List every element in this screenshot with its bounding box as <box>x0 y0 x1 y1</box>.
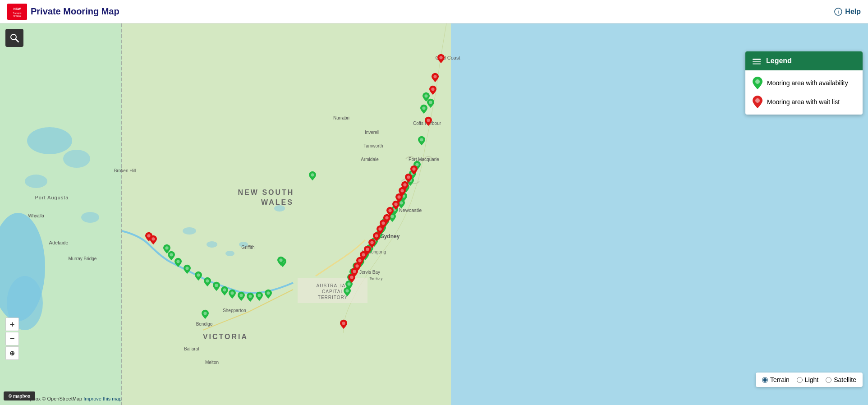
svg-text:Shepparton: Shepparton <box>223 308 246 313</box>
svg-point-17 <box>207 241 217 248</box>
svg-text:NEW SOUTH: NEW SOUTH <box>238 189 294 196</box>
svg-text:NSW: NSW <box>14 7 21 10</box>
green-pin-icon <box>753 77 762 89</box>
zoom-in-button[interactable]: + <box>5 318 19 331</box>
svg-text:Broken Hill: Broken Hill <box>114 168 136 173</box>
svg-point-15 <box>81 212 99 223</box>
svg-text:CAPITAL: CAPITAL <box>322 289 344 294</box>
legend-body: Mooring area with availability Mooring a… <box>745 70 863 115</box>
nsw-logo: NSW Transport for NSW <box>7 4 27 20</box>
svg-text:Whyalla: Whyalla <box>28 213 44 218</box>
svg-text:AUSTRALIAN: AUSTRALIAN <box>317 283 349 288</box>
legend-item-availability: Mooring area with availability <box>753 77 855 89</box>
svg-text:Jervis Bay: Jervis Bay <box>359 270 380 275</box>
zoom-out-button[interactable]: − <box>5 332 19 345</box>
svg-text:Adelaide: Adelaide <box>49 240 69 245</box>
svg-text:Gold Coast: Gold Coast <box>435 55 460 60</box>
legend-title: Legend <box>766 57 792 65</box>
search-button[interactable] <box>5 29 23 47</box>
satellite-radio[interactable] <box>826 377 831 383</box>
svg-text:Inverell: Inverell <box>365 130 379 135</box>
map-container[interactable]: NEW SOUTH WALES VICTORIA Port Augusta Wh… <box>0 23 868 405</box>
svg-text:Coffs Harbour: Coffs Harbour <box>413 121 441 126</box>
search-icon <box>10 33 19 42</box>
legend-availability-label: Mooring area with availability <box>767 79 848 87</box>
improve-map-link[interactable]: Improve this map <box>83 396 121 401</box>
map-attribution: © Mapbox © OpenStreetMap Improve this ma… <box>18 396 733 401</box>
svg-point-20 <box>274 205 285 212</box>
svg-text:Newcastle: Newcastle <box>399 207 422 213</box>
map-type-controls: Terrain Light Satellite <box>756 373 863 387</box>
svg-rect-121 <box>753 59 761 60</box>
svg-line-52 <box>16 39 18 42</box>
svg-text:WALES: WALES <box>261 198 294 206</box>
light-radio[interactable] <box>797 377 803 383</box>
svg-text:Armidale: Armidale <box>361 157 379 162</box>
app-header: NSW Transport for NSW Private Mooring Ma… <box>0 0 868 23</box>
map-background: NEW SOUTH WALES VICTORIA Port Augusta Wh… <box>0 23 868 405</box>
osm-attribution: © OpenStreetMap <box>42 396 82 401</box>
svg-marker-9 <box>122 23 451 405</box>
svg-text:Murray Bridge: Murray Bridge <box>69 256 97 261</box>
svg-text:Bendigo: Bendigo <box>196 322 213 327</box>
svg-text:for NSW: for NSW <box>13 15 21 17</box>
svg-point-16 <box>183 227 196 235</box>
svg-text:VICTORIA: VICTORIA <box>203 333 248 341</box>
terrain-option[interactable]: Terrain <box>762 376 790 383</box>
svg-rect-0 <box>7 4 27 20</box>
help-button[interactable]: i Help <box>834 8 861 16</box>
svg-text:Port Augusta: Port Augusta <box>35 195 69 200</box>
info-icon: i <box>834 8 842 16</box>
light-label: Light <box>805 376 818 383</box>
svg-text:Griffith: Griffith <box>241 245 254 250</box>
mapbox-attribution: © Mapbox <box>18 396 41 401</box>
red-pin-icon <box>753 96 762 108</box>
app-title: Private Mooring Map <box>31 6 119 17</box>
svg-text:Tamworth: Tamworth <box>363 143 383 148</box>
svg-rect-123 <box>753 63 761 64</box>
terrain-label: Terrain <box>770 376 790 383</box>
svg-text:TERRITORY: TERRITORY <box>318 295 348 300</box>
logo-area: NSW Transport for NSW <box>7 4 27 20</box>
svg-text:Transport: Transport <box>13 12 22 14</box>
svg-text:i: i <box>838 9 839 14</box>
svg-point-12 <box>27 127 72 154</box>
satellite-option[interactable]: Satellite <box>826 376 856 383</box>
terrain-radio[interactable] <box>762 377 768 383</box>
svg-text:Territory: Territory <box>370 276 383 281</box>
light-option[interactable]: Light <box>797 376 818 383</box>
svg-point-125 <box>755 98 760 103</box>
svg-rect-122 <box>753 61 761 62</box>
svg-point-124 <box>755 79 760 84</box>
svg-point-18 <box>225 251 234 256</box>
svg-text:Port Macquarie: Port Macquarie <box>409 157 439 162</box>
svg-point-14 <box>25 175 47 188</box>
svg-text:Ballarat: Ballarat <box>184 346 199 351</box>
svg-text:Sydney: Sydney <box>381 233 400 239</box>
legend-header: Legend <box>745 51 863 70</box>
satellite-label: Satellite <box>834 376 856 383</box>
svg-text:Narrabri: Narrabri <box>333 115 349 120</box>
svg-text:Wollongong: Wollongong <box>363 249 386 254</box>
zoom-controls: + − ⊕ <box>5 318 19 360</box>
legend-item-waitlist: Mooring area with wait list <box>753 96 855 108</box>
svg-text:Melton: Melton <box>205 360 219 365</box>
zoom-reset-button[interactable]: ⊕ <box>5 346 19 360</box>
legend-panel: Legend Mooring area with availability Mo… <box>745 51 863 115</box>
layers-icon <box>752 56 762 66</box>
legend-waitlist-label: Mooring area with wait list <box>767 98 840 106</box>
svg-point-13 <box>63 150 90 168</box>
